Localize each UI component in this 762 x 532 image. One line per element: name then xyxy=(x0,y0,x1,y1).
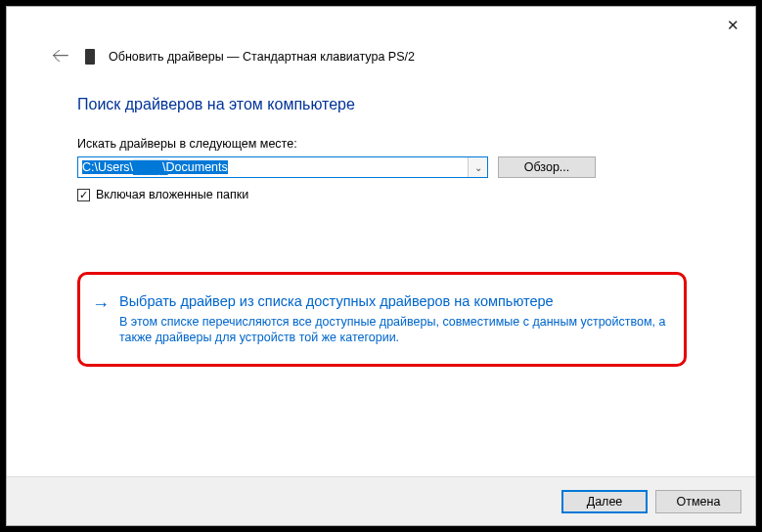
include-subfolders-label: Включая вложенные папки xyxy=(96,188,248,201)
include-subfolders-checkbox[interactable]: ✓ xyxy=(77,189,90,201)
browse-button[interactable]: Обзор... xyxy=(498,156,596,178)
arrow-right-icon: → xyxy=(92,292,110,346)
content: Поиск драйверов на этом компьютере Искат… xyxy=(7,76,755,476)
path-text: C:\Users\ ████ \Documents xyxy=(78,157,468,177)
path-combobox[interactable]: C:\Users\ ████ \Documents ⌄ xyxy=(77,156,488,178)
next-button-label: Далее xyxy=(587,495,623,509)
path-row: C:\Users\ ████ \Documents ⌄ Обзор... xyxy=(77,156,687,178)
include-subfolders-row[interactable]: ✓ Включая вложенные папки xyxy=(77,188,687,201)
page-title: Поиск драйверов на этом компьютере xyxy=(77,96,687,113)
next-button[interactable]: Далее xyxy=(561,490,648,513)
option-description: В этом списке перечисляются все доступны… xyxy=(119,314,666,347)
back-button[interactable]: 🡠 xyxy=(50,46,71,66)
driver-update-window: ✕ 🡠 Обновить драйверы — Стандартная клав… xyxy=(6,6,756,526)
cancel-button-label: Отмена xyxy=(677,495,721,509)
path-segment-hidden: ████ xyxy=(133,160,162,174)
option-title: Выбрать драйвер из списка доступных драй… xyxy=(119,292,666,312)
chevron-down-icon: ⌄ xyxy=(474,162,482,173)
path-segment-prefix: C:\Users\ xyxy=(82,160,133,174)
titlebar: ✕ xyxy=(7,7,755,40)
close-button[interactable]: ✕ xyxy=(710,11,755,40)
checkmark-icon: ✓ xyxy=(79,190,88,200)
browse-button-label: Обзор... xyxy=(524,160,570,174)
device-icon xyxy=(85,49,95,65)
header-title: Обновить драйверы — Стандартная клавиату… xyxy=(109,50,415,64)
option-text: Выбрать драйвер из списка доступных драй… xyxy=(119,292,666,346)
arrow-left-icon: 🡠 xyxy=(52,46,69,66)
cancel-button[interactable]: Отмена xyxy=(655,490,741,513)
close-icon: ✕ xyxy=(727,17,740,34)
header: 🡠 Обновить драйверы — Стандартная клавиа… xyxy=(7,40,755,76)
path-dropdown-button[interactable]: ⌄ xyxy=(468,157,487,177)
footer: Далее Отмена xyxy=(7,476,755,525)
search-location-label: Искать драйверы в следующем месте: xyxy=(77,137,687,151)
path-segment-suffix: \Documents xyxy=(162,160,228,174)
pick-from-list-option[interactable]: → Выбрать драйвер из списка доступных др… xyxy=(77,272,687,367)
